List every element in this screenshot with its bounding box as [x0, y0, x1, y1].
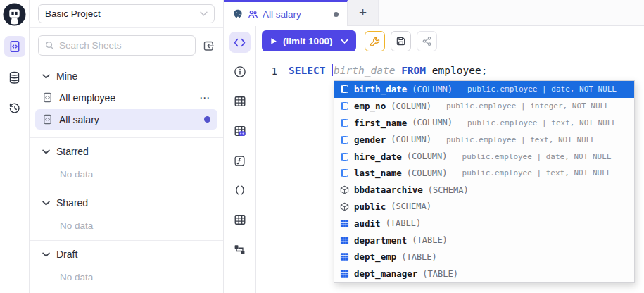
- section-header-mine[interactable]: Mine: [35, 66, 217, 86]
- identifier-text: employee;: [432, 65, 488, 76]
- masked-table-icon: [234, 125, 246, 137]
- function-button[interactable]: [229, 150, 251, 171]
- search-icon: [45, 41, 54, 50]
- suggestion-kind: (TABLE): [401, 252, 437, 262]
- table-icon: [234, 213, 246, 226]
- autocomplete-item[interactable]: first_name (COLUMN) public.employee | te…: [334, 115, 634, 132]
- sql-editor[interactable]: 1 SELECT birth_date FROM employee; birth…: [256, 56, 644, 293]
- collapse-panel-button[interactable]: [202, 39, 215, 52]
- section-draft: Draft No data: [30, 240, 223, 292]
- project-selector-value: Basic Project: [45, 8, 101, 19]
- suggestion-name: hire_date: [354, 151, 402, 162]
- autocomplete-item[interactable]: last_name (COLUMN) public.employee | tex…: [334, 165, 634, 182]
- save-button[interactable]: [391, 31, 411, 51]
- main-body: (limit 1000): [224, 26, 644, 293]
- section-label: Shared: [56, 197, 88, 208]
- autocomplete-item[interactable]: gender (COLUMN) public.employee | text, …: [334, 131, 634, 148]
- left-icon-rail: [0, 0, 30, 293]
- run-query-button[interactable]: (limit 1000): [262, 30, 356, 51]
- line-number: 1: [256, 63, 277, 79]
- section-header-shared[interactable]: Shared: [35, 193, 217, 213]
- autocomplete-item[interactable]: department (TABLE): [334, 232, 634, 249]
- empty-placeholder: No data: [35, 264, 217, 285]
- run-limit-label: (limit 1000): [283, 36, 333, 46]
- suggestion-detail: public.employee | text, NOT NULL: [446, 135, 595, 144]
- suggestion-detail: public.employee | date, NOT NULL: [467, 85, 617, 94]
- section-header-starred[interactable]: Starred: [35, 142, 217, 161]
- history-nav-button[interactable]: [4, 98, 25, 119]
- column-icon: [339, 85, 349, 93]
- autocomplete-item[interactable]: hire_date (COLUMN) public.employee | dat…: [334, 148, 634, 165]
- keyword-from: FROM: [401, 65, 432, 76]
- section-header-draft[interactable]: Draft: [35, 244, 217, 264]
- admin-wrench-button[interactable]: [365, 31, 385, 51]
- suggestion-kind: (COLUMN): [412, 85, 453, 94]
- autocomplete-item[interactable]: audit (TABLE): [334, 215, 634, 232]
- database-nav-button[interactable]: [4, 67, 25, 88]
- sheet-item-all-employee[interactable]: All employee ⋯: [35, 87, 217, 108]
- empty-placeholder: No data: [35, 161, 217, 182]
- code-brackets-icon: [234, 38, 246, 47]
- suggestion-kind: (COLUMN): [407, 151, 448, 161]
- autocomplete-item[interactable]: birth_date (COLUMN) public.employee | da…: [334, 81, 634, 98]
- code-view-button[interactable]: [229, 32, 251, 53]
- column-icon: [339, 153, 349, 161]
- tab-all-salary[interactable]: All salary: [224, 0, 348, 26]
- tables-list-button[interactable]: [229, 209, 251, 230]
- suggestion-kind: (COLUMN): [412, 118, 453, 127]
- schema-diagram-button[interactable]: [229, 239, 251, 260]
- autocomplete-item[interactable]: dept_emp (TABLE): [334, 249, 634, 266]
- code-line: 1 SELECT birth_date FROM employee;: [256, 63, 644, 79]
- autocomplete-item[interactable]: bbdataarchive (SCHEMA): [334, 182, 634, 199]
- tab-label: All salary: [263, 9, 301, 20]
- suggestion-name: dept_manager: [354, 268, 417, 279]
- suggestion-detail: public.employee | text, NOT NULL: [467, 118, 617, 127]
- database-icon: [8, 71, 21, 85]
- empty-placeholder: No data: [35, 213, 217, 234]
- sheet-item-label: All employee: [59, 92, 115, 104]
- document-code-icon: [42, 92, 53, 103]
- worksheet-nav-button[interactable]: [4, 36, 25, 57]
- tab-unsaved-dot: [334, 12, 339, 17]
- masked-data-button[interactable]: [229, 120, 251, 142]
- autocomplete-item[interactable]: dept_manager (TABLE): [334, 266, 634, 282]
- autocomplete-item[interactable]: emp_no (COLUMN) public.employee | intege…: [334, 98, 634, 115]
- column-icon: [339, 136, 349, 144]
- more-actions-button[interactable]: ⋯: [199, 92, 210, 103]
- schema-diagram-icon: [234, 244, 246, 256]
- suggestion-kind: (TABLE): [422, 269, 458, 279]
- share-icon: [422, 36, 432, 46]
- users-icon: [248, 9, 258, 20]
- suggestion-name: department: [354, 235, 407, 246]
- suggestion-kind: (COLUMN): [391, 135, 431, 144]
- play-icon: [270, 37, 277, 45]
- tab-strip: All salary +: [224, 0, 644, 26]
- parentheses-icon: [234, 185, 246, 196]
- column-icon: [339, 102, 349, 110]
- project-header: Basic Project: [30, 0, 223, 28]
- section-label: Mine: [56, 70, 77, 82]
- chevron-down-icon: [42, 149, 50, 154]
- search-input[interactable]: Search Sheets: [38, 35, 196, 56]
- run-options-chevron-icon[interactable]: [339, 39, 348, 44]
- suggestion-name: bbdataarchive: [354, 185, 423, 195]
- section-mine: Mine All employee ⋯: [30, 63, 223, 137]
- keyword-select: SELECT: [289, 65, 332, 76]
- sheet-panel: Basic Project Search Sheets: [30, 0, 224, 293]
- suggestion-name: emp_no: [354, 101, 386, 111]
- table-grid-icon: [339, 219, 349, 228]
- suggestion-kind: (COLUMN): [391, 101, 431, 111]
- new-tab-button[interactable]: +: [348, 0, 379, 25]
- share-button[interactable]: [417, 31, 437, 51]
- sheet-item-all-salary[interactable]: All salary: [35, 109, 217, 130]
- info-button[interactable]: [229, 61, 251, 82]
- app-logo-icon[interactable]: [3, 3, 26, 26]
- table-schema-button[interactable]: [229, 91, 251, 112]
- suggestion-detail: public.employee | integer, NOT NULL: [446, 101, 610, 111]
- postgres-icon: [232, 8, 244, 20]
- autocomplete-item[interactable]: public (SCHEMA): [334, 199, 634, 216]
- parentheses-button[interactable]: [229, 180, 251, 201]
- suggestion-name: gender: [354, 135, 386, 145]
- function-icon: [234, 155, 246, 167]
- project-selector[interactable]: Basic Project: [38, 4, 215, 23]
